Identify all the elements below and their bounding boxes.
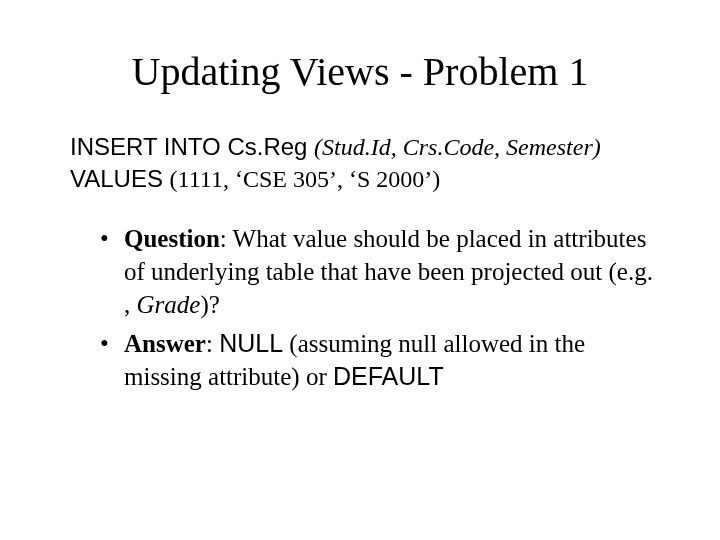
bullet-list: Question: What value should be placed in…	[100, 222, 660, 393]
default-keyword: DEFAULT	[333, 362, 444, 390]
answer-text-1: :	[206, 330, 219, 357]
slide-title: Updating Views - Problem 1	[0, 48, 720, 95]
question-text-2: )?	[200, 291, 219, 318]
answer-label: Answer	[124, 330, 206, 357]
values-tuple: (1111, ‘CSE 305’, ‘S 2000’)	[170, 166, 441, 192]
null-keyword: NULL	[219, 329, 283, 357]
slide: Updating Views - Problem 1 INSERT INTO C…	[0, 48, 720, 540]
question-label: Question	[124, 225, 220, 252]
grade-word: Grade	[137, 291, 201, 318]
sql-statement: INSERT INTO Cs.Reg (Stud.Id, Crs.Code, S…	[70, 131, 660, 196]
column-list: (Stud.Id, Crs.Code, Semester)	[314, 134, 601, 160]
question-bullet: Question: What value should be placed in…	[100, 222, 660, 321]
sql-line-1: INSERT INTO Cs.Reg (Stud.Id, Crs.Code, S…	[70, 131, 660, 163]
table-name: Cs.Reg	[227, 133, 314, 160]
sql-line-2: VALUES (1111, ‘CSE 305’, ‘S 2000’)	[70, 163, 660, 195]
answer-bullet: Answer: NULL (assuming null allowed in t…	[100, 327, 660, 393]
insert-into-keyword: INSERT INTO	[70, 133, 227, 160]
values-keyword: VALUES	[70, 165, 170, 192]
